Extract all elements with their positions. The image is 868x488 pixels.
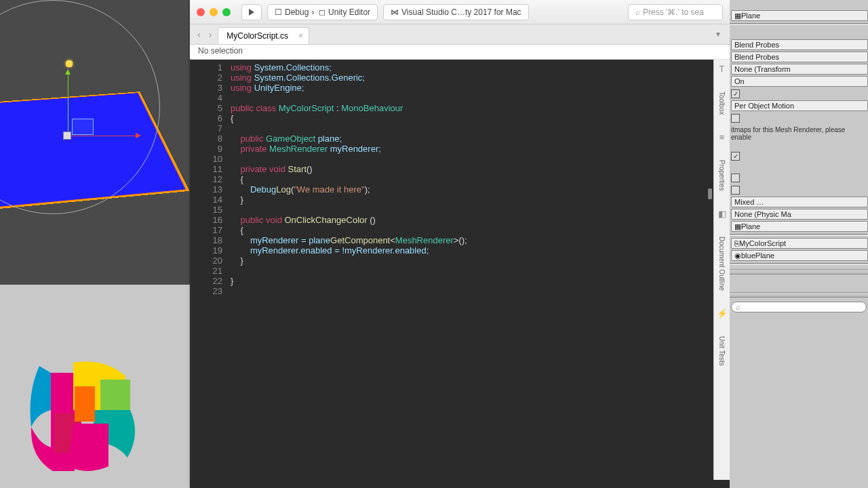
run-button[interactable] xyxy=(241,4,262,20)
unit-tests-tab[interactable]: Unit Tests xyxy=(717,332,727,370)
minimize-button[interactable] xyxy=(210,8,218,16)
plane-ref-field[interactable]: ◉ bluePlane xyxy=(731,250,868,261)
properties-tab[interactable]: Properties xyxy=(717,156,727,195)
panel-resize-grip-2[interactable] xyxy=(730,292,868,298)
gizmo-plane-handle[interactable] xyxy=(72,119,94,135)
code-editor[interactable]: 1234567891011121314151617181920212223 ✓u… xyxy=(190,60,730,488)
scroll-indicator[interactable] xyxy=(708,188,712,199)
close-tab-icon[interactable]: × xyxy=(298,31,303,41)
close-button[interactable] xyxy=(197,8,205,16)
titlebar: ☐ Debug › ◻ Unity Editor ⋈ Visual Studio… xyxy=(190,0,730,24)
zoom-button[interactable] xyxy=(222,8,231,16)
toolbox-icon[interactable]: T xyxy=(719,64,725,74)
gizmo-center[interactable] xyxy=(63,131,71,140)
scene-bottom-panel xyxy=(0,285,190,342)
lightmap-message: itmaps for this Mesh Renderer, please en… xyxy=(730,124,868,143)
light-icon[interactable] xyxy=(61,56,77,72)
toolbox-tab[interactable]: Toolbox xyxy=(717,87,727,119)
window-controls xyxy=(197,8,231,16)
gizmo-x-axis[interactable] xyxy=(68,136,136,136)
svg-rect-2 xyxy=(75,386,95,422)
lightmap-static-checkbox[interactable] xyxy=(731,114,740,123)
light-probes-field[interactable]: Blend Probes xyxy=(731,39,868,50)
line-gutter: 1234567891011121314151617181920212223 xyxy=(190,60,231,488)
play-icon xyxy=(249,9,254,16)
cast-shadows-field[interactable]: On xyxy=(731,76,868,87)
properties-icon[interactable]: ≡ xyxy=(719,132,725,142)
nav-fwd-icon[interactable]: › xyxy=(207,29,214,40)
outline-icon[interactable]: ◧ xyxy=(718,209,726,219)
logo-graphic xyxy=(14,346,163,481)
mesh-field[interactable]: ▦ Plane xyxy=(731,10,868,21)
tests-icon[interactable]: ⚡ xyxy=(717,308,728,319)
motion-vectors-field[interactable]: Per Object Motion xyxy=(731,100,868,111)
search-field[interactable]: ⌕ Press '⌘.' to sea xyxy=(628,4,723,20)
script-field[interactable]: ⎘ MyColorScript xyxy=(731,238,868,249)
code-content[interactable]: ✓using System.Collections; using System.… xyxy=(231,60,730,488)
file-tab[interactable]: MyColorScript.cs× xyxy=(218,27,309,44)
tag-field[interactable]: Mixed … xyxy=(731,197,868,207)
unity-scene-view xyxy=(0,0,190,342)
unity-inspector: ▦ Plane Blend Probes Blend Probes None (… xyxy=(730,0,868,488)
checkbox-a[interactable] xyxy=(731,174,740,182)
app-title: ⋈ Visual Studio C…ty 2017 for Mac xyxy=(383,4,529,20)
panel-resize-grip[interactable] xyxy=(730,269,868,274)
anchor-field[interactable]: None (Transform xyxy=(731,64,868,75)
dynamic-occluded-checkbox[interactable]: ✓ xyxy=(731,152,740,161)
checkbox-b[interactable] xyxy=(731,186,740,195)
tab-dropdown-icon[interactable]: ▼ xyxy=(712,28,724,41)
scene-canvas[interactable] xyxy=(0,0,190,285)
gizmo-y-axis[interactable] xyxy=(68,75,68,136)
editor-window: ☐ Debug › ◻ Unity Editor ⋈ Visual Studio… xyxy=(190,0,730,488)
side-panel-tabs: T Toolbox ≡ Properties ◧ Document Outlin… xyxy=(713,60,730,480)
receive-shadows-checkbox[interactable]: ✓ xyxy=(731,89,740,98)
mesh-ref-field[interactable]: ▦ Plane xyxy=(731,221,868,232)
config-selector[interactable]: ☐ Debug › ◻ Unity Editor xyxy=(267,4,378,20)
nav-back-icon[interactable]: ‹ xyxy=(195,29,203,40)
doc-outline-tab[interactable]: Document Outline xyxy=(717,232,727,295)
breadcrumb[interactable]: No selection xyxy=(190,45,730,60)
tab-bar: ‹ › MyColorScript.cs× ▼ xyxy=(190,24,730,45)
material-field[interactable]: None (Physic Ma xyxy=(731,209,868,220)
project-search[interactable] xyxy=(731,302,867,312)
reflection-probes-field[interactable]: Blend Probes xyxy=(731,52,868,62)
